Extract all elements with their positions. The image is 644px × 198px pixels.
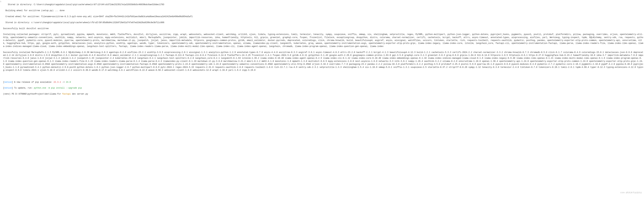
gutter-cell: 1 <box>0 0 1 3</box>
prompt-args: dev server.py <box>71 93 88 95</box>
output-line: Created wheel for asciitree: filename=as… <box>3 15 644 18</box>
prompt-path: (venv) PS D:\XTRANS\pythonProject\dev\ll… <box>3 93 62 95</box>
pip-version-new: 24.0 <box>66 81 71 83</box>
notice-tag: notice <box>4 81 12 83</box>
output-line: Successfully installed MarkupSafe-2.1.5 … <box>3 51 644 72</box>
output-line: Building wheel for asciitree (setup.py) … <box>3 9 644 12</box>
output-line: Installing collected packages: striprtf,… <box>3 33 644 48</box>
terminal-output[interactable]: Stored in directory: C:\Users\zhangbin\a… <box>0 0 644 99</box>
notice-tag: notice <box>4 87 12 89</box>
prompt-command: fastapi <box>62 93 71 95</box>
gutter: 1 <box>0 0 2 99</box>
prompt-line[interactable]: (venv) PS D:\XTRANS\pythonProject\dev\ll… <box>3 93 644 96</box>
pip-upgrade-command: python.exe -m pip install --upgrade pip <box>34 87 82 89</box>
pip-version-old: 22.3.1 <box>54 81 61 83</box>
notice-line: [notice] A new release of pip available:… <box>3 81 644 84</box>
notice-line: [notice] To update, run: python.exe -m p… <box>3 87 644 90</box>
output-line: Stored in directory: C:\Users\zhangbin\a… <box>3 3 644 6</box>
output-line: Stored in directory: c:\users\zhangbin\a… <box>3 21 644 24</box>
output-line: Successfully built docx2txt asciitree <box>3 27 644 30</box>
blank-line <box>3 75 644 78</box>
